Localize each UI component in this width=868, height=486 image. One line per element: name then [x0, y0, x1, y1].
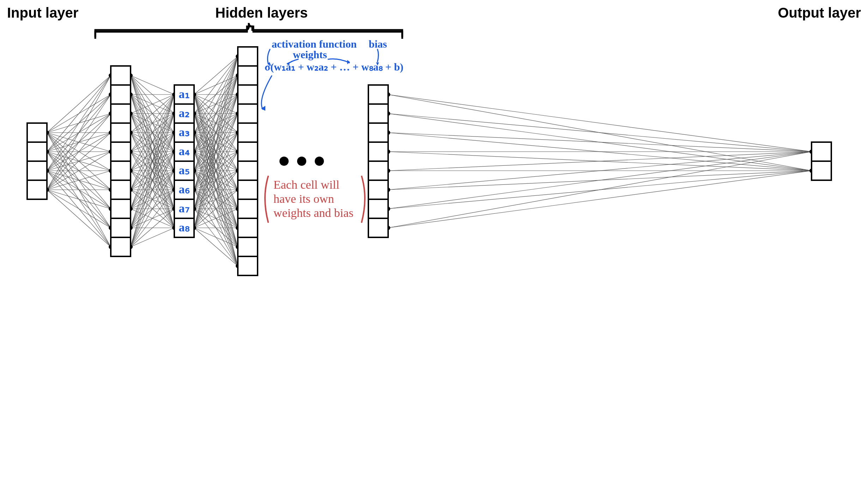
arrow-bias: [378, 49, 379, 62]
output-cell: [812, 142, 831, 161]
ellipsis-icon: [279, 157, 324, 166]
layer-output: [812, 142, 831, 180]
hlast-cell: [368, 218, 388, 237]
h1-cell: [111, 237, 131, 256]
edge: [131, 152, 174, 247]
red-line-3: weights and bias: [273, 206, 354, 219]
edge: [388, 133, 812, 152]
edge: [47, 190, 111, 228]
edge: [47, 190, 111, 209]
edge: [194, 56, 238, 152]
edge: [388, 171, 812, 228]
activation-label: a₅: [179, 164, 190, 177]
edge: [47, 75, 111, 152]
h3-cell: [238, 142, 258, 161]
activation-label: a₆: [179, 183, 190, 196]
h3-cell: [238, 123, 258, 142]
hlast-cell: [368, 123, 388, 142]
h1-cell: [111, 199, 131, 218]
h3-cell: [238, 256, 258, 275]
connection-dots: [45, 54, 814, 268]
activation-label: a₈: [179, 221, 190, 234]
edge: [47, 95, 111, 190]
diagram-root: Input layer Hidden layers Output layer a…: [0, 0, 868, 486]
h1-cell: [111, 66, 131, 85]
layer-hidden-1: [111, 66, 131, 256]
layer-hidden-3: [238, 47, 258, 275]
annotation-weights: weights: [293, 49, 327, 60]
edge: [194, 228, 238, 247]
h1-cell: [111, 85, 131, 104]
edge: [388, 114, 812, 152]
svg-point-1: [297, 157, 306, 166]
activation-label: a₃: [179, 126, 190, 139]
h3-cell: [238, 85, 258, 104]
h1-cell: [111, 161, 131, 180]
input-cell: [27, 142, 47, 161]
h1-cell: [111, 142, 131, 161]
layer-input: [27, 123, 47, 199]
red-line-1: Each cell will: [273, 178, 339, 191]
edge: [388, 95, 812, 152]
hlast-cell: [368, 142, 388, 161]
h3-cell: [238, 47, 258, 66]
hidden-brace: [95, 23, 402, 37]
edge: [388, 152, 812, 228]
edge: [194, 56, 238, 190]
edge: [131, 228, 174, 247]
h3-cell: [238, 66, 258, 85]
annotation-bias: bias: [369, 38, 387, 50]
edge: [131, 114, 174, 247]
hlast-cell: [368, 85, 388, 104]
edge: [131, 75, 174, 95]
activation-label: a₁: [179, 87, 190, 101]
annotation-formula: σ(w₁a₁ + w₂a₂ + … + w₈a₈ + b): [265, 61, 403, 73]
red-paren-left: [265, 176, 268, 222]
edge: [131, 190, 174, 247]
hlast-cell: [368, 161, 388, 180]
activation-label: a₇: [179, 202, 190, 215]
h3-cell: [238, 218, 258, 237]
red-line-2: have its own: [273, 192, 334, 205]
annotation-red-note: Each cell will have its own weights and …: [265, 176, 365, 222]
layer-hidden-last: [368, 85, 388, 237]
input-cell: [27, 123, 47, 142]
title-hidden: Hidden layers: [215, 5, 308, 20]
h3-cell: [238, 104, 258, 123]
layer-hidden-2: a₁a₂a₃a₄a₅a₆a₇a₈: [174, 85, 194, 237]
h3-cell: [238, 237, 258, 256]
svg-point-2: [315, 157, 324, 166]
h1-cell: [111, 123, 131, 142]
annotation-activation: activation function: [272, 38, 357, 50]
hlast-cell: [368, 199, 388, 218]
edge: [47, 75, 111, 171]
activation-label: a₂: [179, 107, 190, 120]
arrow-formula-to-cell: [261, 76, 272, 109]
edge: [194, 228, 238, 266]
output-cell: [812, 161, 831, 180]
input-cell: [27, 161, 47, 180]
edges-all: [47, 56, 812, 266]
hlast-cell: [368, 180, 388, 199]
edge: [194, 56, 238, 95]
edge: [194, 56, 238, 228]
h1-cell: [111, 218, 131, 237]
svg-point-0: [279, 157, 289, 166]
input-cell: [27, 180, 47, 199]
title-input: Input layer: [7, 5, 78, 20]
h1-cell: [111, 180, 131, 199]
title-output: Output layer: [778, 5, 861, 20]
edge: [47, 190, 111, 247]
h3-cell: [238, 161, 258, 180]
h3-cell: [238, 199, 258, 218]
edge: [47, 75, 111, 133]
h3-cell: [238, 180, 258, 199]
activation-label: a₄: [179, 145, 190, 158]
h1-cell: [111, 104, 131, 123]
edge: [388, 152, 812, 209]
red-paren-right: [362, 176, 365, 222]
edge: [194, 56, 238, 114]
hlast-cell: [368, 104, 388, 123]
